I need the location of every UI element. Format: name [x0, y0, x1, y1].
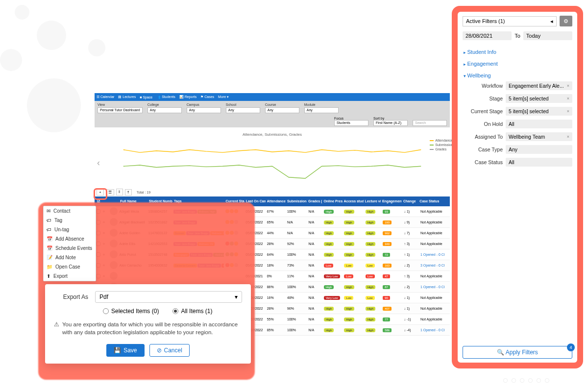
clear-icon[interactable]: ×: [567, 83, 569, 88]
current-stage-label: Current Stage: [463, 108, 503, 114]
cell-change: ↓ 1): [403, 306, 419, 311]
active-filters-dropdown[interactable]: Active Filters (1)◂: [463, 16, 557, 26]
nav-more[interactable]: More ▾: [218, 95, 229, 99]
search-icon: 🔍: [497, 349, 504, 356]
cell-lecture-video: Low: [364, 295, 381, 301]
cell-online-presence: High: [322, 317, 343, 322]
cell-online-presence: High: [322, 284, 343, 290]
nav-cases[interactable]: ⚑ Cases: [200, 95, 214, 99]
decor-circle: [15, 5, 29, 20]
sort-select[interactable]: First Name (A-Z): [373, 120, 408, 126]
assigned-select[interactable]: Wellbeing Team×: [506, 132, 572, 141]
cell-grades: N/A: [307, 209, 322, 214]
cell-case-status: Not Applicable: [419, 273, 450, 279]
top-nav: ☰ Calendar ▤ Lectures ■ Space 👥 Students…: [95, 93, 450, 101]
ctx-untag[interactable]: 🏷 Un-tag: [44, 225, 96, 234]
ctx-schedule-events[interactable]: 📅 Schedule Events: [44, 244, 96, 253]
apply-filters-button[interactable]: 🔍 Apply Filters 4: [463, 346, 572, 359]
casetype-select[interactable]: Any: [506, 145, 572, 154]
cell-lecture-video: High: [364, 230, 381, 236]
chart-prev-icon[interactable]: ‹: [97, 158, 100, 168]
focus-select[interactable]: Students: [334, 120, 368, 126]
cell-access-study: Low: [343, 263, 364, 269]
date-to-input[interactable]: Today: [523, 31, 572, 40]
total-count: Total : 19: [137, 191, 150, 194]
college-select[interactable]: Any: [147, 107, 182, 113]
filters-settings-button[interactable]: ⚙: [560, 16, 572, 26]
section-student-info[interactable]: Student Info: [463, 46, 572, 58]
cell-change: ↑ 3): [403, 241, 419, 246]
cell-grades: N/A: [307, 263, 322, 268]
workflow-select[interactable]: Engagement Early Ale...×: [506, 81, 572, 90]
campus-select[interactable]: Any: [187, 107, 221, 113]
export-all-radio[interactable]: All Items (1): [172, 308, 212, 315]
cell-online-presence: Very Low: [322, 295, 343, 301]
ctx-contact[interactable]: ✉ Contact: [44, 206, 96, 216]
cancel-button[interactable]: ⊘ Cancel: [149, 344, 190, 357]
date-from-input[interactable]: 28/08/2021: [463, 31, 512, 40]
school-label: School: [226, 103, 260, 106]
column-view-button[interactable]: ⫴: [116, 189, 123, 196]
cell-lecture-video: High: [364, 284, 381, 290]
clear-icon[interactable]: ×: [567, 134, 569, 139]
cell-access-study: High: [343, 317, 364, 322]
decor-circle: [88, 39, 105, 56]
current-stage-select[interactable]: 5 item[s] selected×: [506, 107, 572, 116]
section-engagement[interactable]: Engagement: [463, 58, 572, 70]
cell-submissions: 92%: [286, 241, 307, 246]
ctx-add-note[interactable]: 📝 Add Note: [44, 253, 96, 262]
decor-circle: [37, 21, 66, 50]
cell-change: ↑ 3): [403, 273, 419, 279]
cell-access-study: High: [343, 220, 364, 225]
export-dialog: Export As Pdf ▾ Selected Items (0) All I…: [45, 284, 251, 364]
chart-view-button[interactable]: ⫯: [125, 189, 132, 196]
ctx-tag[interactable]: 🏷 Tag: [44, 216, 96, 225]
carousel-dots[interactable]: [504, 379, 549, 382]
module-select[interactable]: Any: [304, 107, 339, 113]
module-label: Module: [304, 103, 339, 106]
cell-engagement: 47: [381, 273, 402, 279]
search-input[interactable]: Search: [413, 120, 447, 126]
cell-access-study: High: [343, 284, 364, 290]
ctx-export[interactable]: ⬆ Export: [44, 271, 96, 281]
clear-icon[interactable]: ×: [567, 96, 569, 101]
export-selected-radio[interactable]: Selected Items (0): [103, 308, 159, 315]
cell-attendance: 85%: [266, 327, 286, 333]
cell-grades: N/A: [307, 230, 322, 236]
campus-label: Campus: [187, 103, 221, 106]
cell-attendance: 18%: [266, 263, 286, 268]
course-select[interactable]: Any: [265, 107, 299, 113]
view-select[interactable]: Personal Tutor Dashboard: [98, 107, 143, 113]
cell-grades: N/A: [307, 252, 322, 257]
cell-grades: N/A: [307, 317, 322, 322]
workflow-label: Workflow: [463, 83, 503, 89]
stage-select[interactable]: 5 item[s] selected×: [506, 94, 572, 103]
warning-icon: ⚠: [54, 320, 59, 336]
course-label: Course: [265, 103, 299, 106]
ctx-add-absence[interactable]: 📅 Add Absence: [44, 234, 96, 244]
school-select[interactable]: Any: [226, 107, 260, 113]
cell-attendance: 67%: [266, 209, 286, 214]
cell-grades: N/A: [307, 295, 322, 300]
export-format-select[interactable]: Pdf ▾: [95, 291, 242, 303]
cell-change: ↓ -4): [403, 327, 419, 333]
cell-change: ↓ 7): [403, 230, 419, 236]
save-button[interactable]: 💾 Save: [106, 344, 144, 357]
nav-calendar[interactable]: ☰ Calendar: [97, 95, 114, 99]
casestatus-select[interactable]: All: [506, 158, 572, 167]
nav-students[interactable]: 👥 Students: [156, 95, 175, 99]
nav-reports[interactable]: 📊 Reports: [179, 95, 196, 99]
clear-icon[interactable]: ×: [567, 109, 569, 114]
ctx-open-case[interactable]: 📁 Open Case: [44, 262, 96, 271]
cell-submissions: 100%: [286, 327, 307, 333]
context-menu: ✉ Contact 🏷 Tag 🏷 Un-tag 📅 Add Absence 📅…: [43, 206, 96, 281]
cell-lecture-video: Low: [364, 273, 381, 279]
onhold-select[interactable]: All: [506, 120, 572, 128]
nav-lectures[interactable]: ▤ Lectures: [118, 95, 136, 99]
onhold-label: On Hold: [463, 121, 503, 127]
nav-space[interactable]: ■ Space: [140, 96, 152, 99]
cell-access-study: High: [343, 252, 364, 258]
cell-access-study: Low: [343, 273, 364, 279]
section-wellbeing[interactable]: Wellbeing: [463, 70, 572, 81]
cell-case-status: 3 Opened - 0 Cl: [419, 263, 450, 268]
